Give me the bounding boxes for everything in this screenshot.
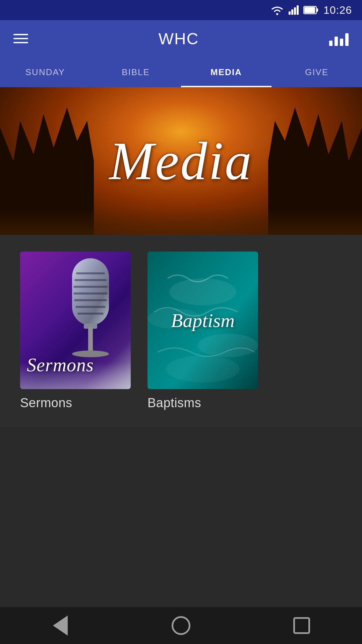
svg-rect-3 bbox=[304, 7, 315, 13]
svg-point-0 bbox=[276, 13, 278, 15]
home-icon bbox=[172, 616, 190, 635]
battery-icon bbox=[303, 5, 319, 15]
bottom-nav bbox=[0, 607, 362, 644]
status-icons: 10:26 bbox=[270, 4, 352, 16]
hero-title: Media bbox=[0, 87, 362, 235]
sermons-label: Sermons bbox=[20, 396, 131, 410]
svg-rect-6 bbox=[72, 258, 109, 325]
sermons-thumb-text: Sermons bbox=[27, 354, 94, 376]
signal-icon bbox=[289, 5, 299, 15]
status-bar: 10:26 bbox=[0, 0, 362, 20]
svg-rect-2 bbox=[316, 8, 318, 12]
tab-media[interactable]: MEDIA bbox=[181, 57, 272, 87]
baptisms-label: Baptisms bbox=[147, 396, 258, 410]
svg-point-18 bbox=[169, 278, 236, 305]
tab-sunday[interactable]: SUNDAY bbox=[0, 57, 90, 87]
chart-icon[interactable] bbox=[329, 31, 349, 46]
svg-point-20 bbox=[198, 334, 258, 357]
baptism-thumbnail[interactable]: Baptism bbox=[147, 252, 258, 389]
baptism-thumb-text: Baptism bbox=[171, 309, 235, 332]
baptisms-item[interactable]: Baptism Baptisms bbox=[147, 252, 258, 410]
tab-bar: SUNDAY BIBLE MEDIA GIVE bbox=[0, 57, 362, 87]
nav-home-button[interactable] bbox=[161, 612, 201, 639]
nav-back-button[interactable] bbox=[40, 612, 80, 639]
sermons-thumbnail[interactable]: Sermons bbox=[20, 252, 131, 389]
media-grid: Sermons Sermons bbox=[20, 252, 342, 410]
content-area: Sermons Sermons bbox=[0, 235, 362, 427]
svg-rect-15 bbox=[88, 327, 93, 354]
svg-point-21 bbox=[166, 356, 240, 382]
nav-recents-button[interactable] bbox=[282, 612, 322, 639]
hero-banner: Media bbox=[0, 87, 362, 235]
app-title: WHC bbox=[159, 30, 199, 48]
sermons-item[interactable]: Sermons Sermons bbox=[20, 252, 131, 410]
tab-give[interactable]: GIVE bbox=[272, 57, 362, 87]
recents-icon bbox=[293, 617, 310, 634]
back-icon bbox=[53, 615, 68, 636]
wifi-icon bbox=[270, 5, 284, 15]
app-bar: WHC bbox=[0, 20, 362, 57]
hamburger-menu-icon[interactable] bbox=[13, 34, 28, 43]
tab-bible[interactable]: BIBLE bbox=[90, 57, 181, 87]
status-time: 10:26 bbox=[323, 4, 352, 16]
